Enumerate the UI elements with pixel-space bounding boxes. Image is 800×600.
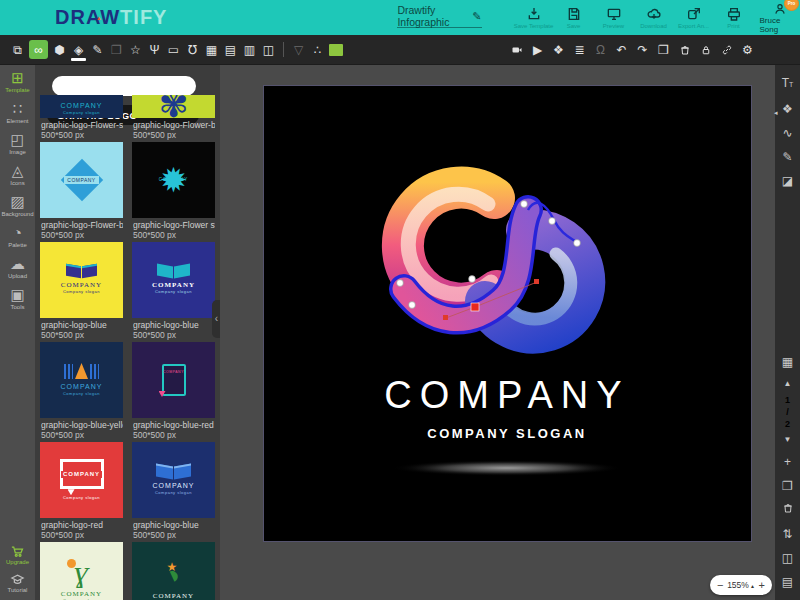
page-up-button[interactable]: ▲ [775,376,800,392]
image-tool[interactable]: ◪ [775,173,800,189]
calendar-widget-icon[interactable]: ▦ [204,40,219,59]
template-thumb-flower[interactable]: ✾ [132,95,215,118]
template-thumb-open-book-wings[interactable]: COMPANY Company slogan [132,442,215,518]
preview-button[interactable]: Preview [594,6,634,29]
canvas-workspace[interactable]: COMPANY COMPANY SLOGAN [220,65,775,600]
template-thumb-lighthouse[interactable]: COMPANY Company slogan [40,342,123,418]
bezier-handle-point[interactable] [534,279,539,284]
path-nodes-icon[interactable]: ∴ [310,40,325,59]
sidebar-item-palette[interactable]: ◔ Palette [0,224,35,248]
template-card-2[interactable]: ✾ graphic-logo-Flower-bl... 500*500 px [132,95,215,142]
funnel-icon[interactable]: ▽ [291,40,306,59]
search-bar[interactable] [52,76,196,96]
template-card-11[interactable]: ɣ COMPANY Company slogan [40,542,123,600]
template-card-12[interactable]: ◗★ COMPANY [132,542,215,600]
add-page-button[interactable]: + [775,454,800,470]
play-icon[interactable]: ▶ [530,40,545,59]
selected-anchor-point[interactable] [471,303,479,311]
template-thumb-notebook[interactable]: COMPANY [132,342,215,418]
document-title[interactable]: Drawtify Infographic ✎ [397,7,481,28]
pages-overview-button[interactable]: ◫ [775,550,800,566]
undo-icon[interactable]: ↶ [614,40,629,59]
sidebar-item-upload[interactable]: ☁ Upload [0,255,35,279]
table-widget-icon[interactable]: ▤ [223,40,238,59]
zoom-level[interactable]: 155%▲ [727,580,755,590]
sidebar-item-tools[interactable]: ▣ Tools [0,286,35,310]
split-view-icon[interactable]: ◫ [261,40,276,59]
template-thumb-plant-person[interactable]: ɣ COMPANY Company slogan [40,542,123,600]
sidebar-item-background[interactable]: ▨ Background [0,193,35,217]
sidebar-item-image[interactable]: ◰ Image [0,131,35,155]
template-card-1[interactable]: COMPANY Company slogan graphic-logo-Flow… [40,95,123,142]
anchor-point[interactable] [574,240,581,247]
template-card-8[interactable]: COMPANY graphic-logo-blue-red 500*500 px [132,342,215,442]
lasso-tool-icon[interactable]: ℧ [185,40,200,59]
save-template-button[interactable]: Save Template [514,6,554,29]
draw-tool[interactable]: ✎ [775,149,800,165]
zoom-in-button[interactable]: + [759,575,765,595]
branch-tool-icon[interactable]: Ψ [147,40,162,59]
bell-icon[interactable]: Ω [593,40,608,59]
anchor-point[interactable] [521,201,528,208]
canvas-slogan-text[interactable]: COMPANY SLOGAN [427,426,586,441]
connect-tool-icon[interactable]: ∞ [29,40,48,59]
grid-toggle[interactable]: ▦ [775,354,800,370]
delete-page-button[interactable] [775,502,800,518]
artboard[interactable]: COMPANY COMPANY SLOGAN [263,85,752,542]
template-thumb-company-text[interactable]: COMPANY Company slogan [40,95,123,118]
export-button[interactable]: Export An... [674,6,714,29]
trash-icon[interactable] [677,40,692,59]
settings-icon[interactable]: ⚙ [740,40,755,59]
template-thumb-star-person[interactable]: ◗★ COMPANY [132,542,215,600]
sidebar-item-upgrade[interactable]: Upgrade [0,544,35,565]
anchor-point[interactable] [409,302,416,309]
template-thumb-open-book[interactable]: COMPANY Company slogan [40,242,123,318]
anchor-point[interactable] [397,280,404,287]
shape-tool-icon[interactable]: ⬢ [52,40,67,59]
logo-canvas[interactable]: COMPANY COMPANY SLOGAN [264,86,751,541]
frame-tool-icon[interactable]: ▭ [166,40,181,59]
save-button[interactable]: Save [554,6,594,29]
duplicate-page-button[interactable]: ❐ [775,478,800,494]
anchor-point[interactable] [549,218,556,225]
anchor-point[interactable] [469,276,476,283]
color-swatch[interactable] [329,44,343,56]
sidebar-item-tutorial[interactable]: Tutorial [0,572,35,593]
template-card-3[interactable]: COMPANY graphic-logo-Flower-bl... 500*50… [40,142,123,242]
redo-icon[interactable]: ↷ [635,40,650,59]
sidebar-item-icons[interactable]: ◬ Icons [0,162,35,186]
artboard-frames-icon[interactable]: ⧉ [10,40,25,59]
template-thumb-diamond[interactable]: COMPANY [40,142,123,218]
template-card-9[interactable]: COMPANY Company slogan graphic-logo-red … [40,442,123,542]
notes-button[interactable]: ▤ [775,574,800,590]
columns-widget-icon[interactable]: ▥ [242,40,257,59]
rows-icon[interactable]: ≣ [572,40,587,59]
download-button[interactable]: Download [634,6,674,29]
duplicate-icon[interactable]: ❐ [109,40,124,59]
zoom-out-button[interactable]: − [717,575,723,595]
fill-color-icon[interactable]: ◈ [71,40,86,59]
print-button[interactable]: Print [714,6,754,29]
path-tool[interactable]: ∿ [775,125,800,141]
video-icon[interactable] [509,40,524,59]
bezier-handle-point[interactable] [443,315,448,320]
search-input[interactable] [62,80,198,93]
edit-title-icon[interactable]: ✎ [472,10,481,23]
canvas-company-text[interactable]: COMPANY [384,374,629,416]
reorder-pages-button[interactable]: ⇅ [775,526,800,542]
template-thumb-starburst[interactable]: ✹ COMPANY [132,142,215,218]
paste-icon[interactable]: ❐ [656,40,671,59]
template-card-7[interactable]: COMPANY Company slogan graphic-logo-blue… [40,342,123,442]
page-down-button[interactable]: ▼ [775,432,800,448]
template-card-6[interactable]: COMPANY Company slogan graphic-logo-blue… [132,242,215,342]
template-card-10[interactable]: COMPANY Company slogan graphic-logo-blue… [132,442,215,542]
template-thumb-book[interactable]: COMPANY Company slogan [132,242,215,318]
shape-tool[interactable]: ◂❖ [775,101,800,117]
link-icon[interactable] [719,40,734,59]
star-shape-icon[interactable]: ☆ [128,40,143,59]
sidebar-item-element[interactable]: ∷ Element [0,100,35,124]
pen-tool-icon[interactable]: ✎ [90,40,105,59]
text-tool[interactable]: TT [775,75,800,93]
layers-icon[interactable]: ❖ [551,40,566,59]
user-menu[interactable]: Bruce Song Pro [760,2,800,34]
